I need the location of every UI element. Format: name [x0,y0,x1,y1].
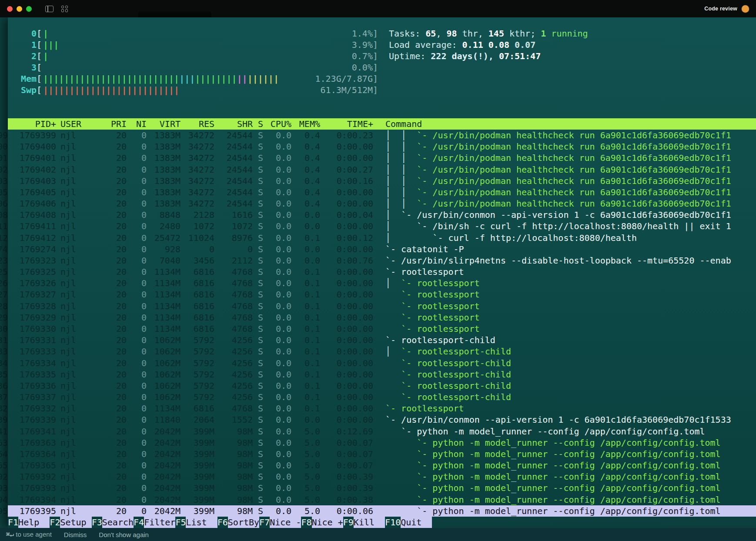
function-key[interactable]: F10Quit [385,517,432,528]
process-row[interactable]: 1769330 njl 20 0 1134M 6816 4768 S 0.0 0… [8,323,756,334]
process-row[interactable]: 1769331 njl 20 0 1062M 5792 4256 S 0.0 0… [8,334,756,346]
ni-cell: 0 [127,210,147,220]
user-cell: njl [56,233,96,243]
res-cell: 34272 [181,153,214,163]
process-row[interactable]: 1769325 njl 20 0 1134M 6816 4768 S 0.0 0… [8,266,756,277]
time-cell: 0:00.00 [320,244,373,254]
process-row[interactable]: 1769395 njl 20 0 2042M 399M 98M S 0.0 5.… [8,505,756,517]
process-row[interactable]: 1769326 njl 20 0 1134M 6816 4768 S 0.0 0… [8,277,756,289]
shr-cell: 98M [214,494,253,505]
process-row[interactable]: 1769333 njl 20 0 1062M 5792 4256 S 0.0 0… [8,346,756,357]
grid-layout-icon[interactable] [61,6,68,12]
process-row[interactable]: 1769323 njl 20 0 7040 3456 2112 S 0.0 0.… [8,255,756,266]
process-row[interactable]: 1769274 njl 20 0 928 0 0 S 0.0 0.0 0:00.… [8,244,756,255]
res-cell: 399M [181,437,214,448]
function-key[interactable]: F7Nice - [259,517,301,528]
column-header-pid[interactable]: PID+ [8,118,56,130]
process-row[interactable]: 1769392 njl 20 0 2042M 399M 98M S 0.0 5.… [8,471,756,482]
function-key[interactable]: F6SortBy [217,517,259,528]
avatar-badge[interactable] [742,5,749,13]
column-header-pri[interactable]: PRI [96,118,127,130]
process-row[interactable]: 1769403 njl 20 0 1383M 34272 24544 S 0.0… [8,175,756,187]
res-cell: 399M [181,494,214,505]
command-cell: `- rootlessport-child [373,369,756,380]
user-cell: njl [56,403,96,414]
column-header-state[interactable]: S [253,118,263,130]
pid-cell: 1769326 [8,278,56,288]
time-cell: 0:00.38 [320,494,373,505]
tree-guides [385,460,417,471]
function-key[interactable]: F9Kill [343,517,385,528]
ni-cell: 0 [127,176,147,186]
traffic-light-close[interactable] [7,6,13,12]
sidebar-toggle-icon[interactable] [45,6,54,12]
column-header-cpu[interactable]: CPU% [263,118,291,130]
cpu0-label: 0 [14,28,37,39]
dont-show-again-button[interactable]: Don't show again [99,531,149,538]
time-cell: 0:00.00 [320,198,373,209]
function-key[interactable]: F8Nice + [301,517,343,528]
column-header-mem[interactable]: MEM% [291,118,320,130]
pid-fragment: 1769393 [0,482,8,494]
column-header-virt[interactable]: VIRT [147,118,181,130]
column-header-shr[interactable]: SHR [214,118,253,130]
column-header-user[interactable]: USER [56,118,96,130]
function-key[interactable]: F5List [175,517,217,528]
process-row[interactable]: 1769394 njl 20 0 2042M 399M 98M S 0.0 5.… [8,494,756,505]
process-row[interactable]: 1769400 njl 20 0 1383M 34272 24544 S 0.0… [8,141,756,152]
process-row[interactable]: 1769334 njl 20 0 1062M 5792 4256 S 0.0 0… [8,357,756,368]
function-key[interactable]: F1Help [8,517,50,528]
pri-cell: 20 [96,369,127,380]
process-row[interactable]: 1769329 njl 20 0 1134M 6816 4768 S 0.0 0… [8,312,756,323]
dismiss-button[interactable]: Dismiss [64,531,87,538]
pri-cell: 20 [96,221,127,231]
process-row[interactable]: 1769332 njl 20 0 1134M 6816 4768 S 0.0 0… [8,403,756,414]
cpu2-label: 2 [14,50,37,62]
code-review-button[interactable]: Code review [704,6,737,12]
pri-cell: 20 [96,483,127,493]
process-row[interactable]: 1769335 njl 20 0 1062M 5792 4256 S 0.0 0… [8,369,756,380]
process-row[interactable]: 1769365 njl 20 0 2042M 399M 98M S 0.0 5.… [8,460,756,471]
column-header-command[interactable]: Command [373,118,756,130]
function-key[interactable]: F3Search [92,517,134,528]
column-header-ni[interactable]: NI [127,118,147,130]
function-key[interactable]: F4Filter [134,517,175,528]
process-row[interactable]: 1769412 njl 20 0 25472 11024 8976 S 0.0 … [8,232,756,244]
process-row[interactable]: 1769363 njl 20 0 2042M 399M 98M S 0.0 5.… [8,437,756,448]
traffic-light-zoom[interactable] [26,6,32,12]
pid-fragment: 1769328 [0,301,8,312]
process-row[interactable]: 1769337 njl 20 0 1062M 5792 4256 S 0.0 0… [8,391,756,403]
shr-cell: 4256 [214,392,253,402]
function-key-number: F5 [175,517,186,528]
ni-cell: 0 [127,483,147,493]
process-row[interactable]: 1769405 njl 20 0 1383M 34272 24544 S 0.0… [8,187,756,198]
process-row[interactable]: 1769399 njl 20 0 1383M 34272 24544 S 0.0… [8,130,756,141]
pid-cell: 1769394 [8,494,56,505]
process-row[interactable]: 1769328 njl 20 0 1134M 6816 4768 S 0.0 0… [8,301,756,312]
traffic-light-minimize[interactable] [17,6,22,12]
function-key-number: F3 [92,517,102,528]
res-cell: 5792 [181,346,214,357]
virt-cell: 1383M [147,164,181,175]
process-row[interactable]: 1769402 njl 20 0 1383M 34272 24544 S 0.0… [8,164,756,175]
user-cell: njl [56,141,96,152]
process-row[interactable]: 1769393 njl 20 0 2042M 399M 98M S 0.0 5.… [8,482,756,494]
process-row[interactable]: 1769411 njl 20 0 2480 1072 1072 S 0.0 0.… [8,220,756,232]
user-cell: njl [56,358,96,368]
mem-cell: 0.4 [291,141,320,152]
process-row[interactable]: 1769401 njl 20 0 1383M 34272 24544 S 0.0… [8,152,756,164]
cpu-cell: 0.0 [263,426,291,437]
column-header-res[interactable]: RES [181,118,214,130]
process-row[interactable]: 1769336 njl 20 0 1062M 5792 4256 S 0.0 0… [8,380,756,391]
process-row[interactable]: 1769408 njl 20 0 8848 2128 1616 S 0.0 0.… [8,209,756,220]
column-header-time[interactable]: TIME+ [320,118,373,130]
function-key[interactable]: F2Setup [50,517,91,528]
process-row[interactable]: 1769406 njl 20 0 1383M 34272 24544 S 0.0… [8,198,756,209]
meters-panel: 0[ |1.4%] 1[ |||3.9%] 2[ |0.7%] 3[ 0.0%]… [14,28,379,96]
command-text: `- python -m model_runner --config /app/… [417,483,720,493]
process-row[interactable]: 1769341 njl 20 0 2042M 399M 98M S 0.0 5.… [8,425,756,437]
process-row[interactable]: 1769339 njl 20 0 11840 2064 1552 S 0.0 0… [8,414,756,425]
process-row[interactable]: 1769364 njl 20 0 2042M 399M 98M S 0.0 5.… [8,448,756,460]
pid-fragment: 1769339 [0,414,8,425]
process-row[interactable]: 1769327 njl 20 0 1134M 6816 4768 S 0.0 0… [8,289,756,300]
